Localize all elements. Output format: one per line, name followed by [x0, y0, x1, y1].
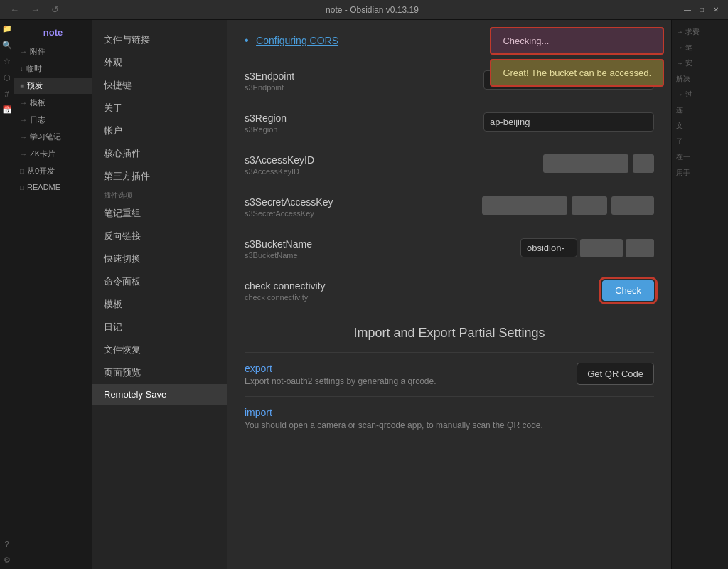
note-item[interactable]: → 笔	[675, 41, 725, 54]
export-info: export Export not-oauth2 settings by gen…	[245, 363, 565, 386]
settings-item-quickswitch[interactable]: 快速切换	[92, 248, 227, 270]
s3secretaccesskey-masked1	[482, 196, 567, 215]
check-button[interactable]: Check	[602, 280, 654, 301]
down-icon: ↓	[20, 65, 23, 73]
settings-item-template[interactable]: 模板	[92, 293, 227, 316]
bucket-input-group	[520, 238, 654, 257]
s3region-sublabel: s3Region	[245, 125, 472, 134]
forward-button[interactable]: →	[28, 4, 43, 15]
settings-item-diary[interactable]: 日记	[92, 316, 227, 339]
check-connectivity-row: check connectivity check connectivity Ch…	[245, 270, 654, 312]
note-item[interactable]: 解决	[675, 73, 725, 85]
window-controls: — □ ✕	[682, 5, 721, 15]
note-item[interactable]: 文	[675, 119, 725, 132]
sidebar-item-label: 模板	[30, 97, 46, 108]
settings-item-backlink[interactable]: 反向链接	[92, 225, 227, 248]
plugin-options-title: 插件选项	[92, 188, 227, 202]
get-qr-button[interactable]: Get QR Code	[577, 363, 654, 385]
settings-item-file-recovery[interactable]: 文件恢复	[92, 339, 227, 361]
note-item[interactable]: 连	[675, 104, 725, 117]
s3bucketname-info: s3BucketName s3BucketName	[245, 238, 509, 260]
cors-config-link[interactable]: Configuring CORS	[256, 35, 338, 46]
note-item[interactable]: 在一	[675, 151, 725, 164]
arrow-icon3: →	[20, 116, 27, 124]
note-item[interactable]: → 求费	[675, 26, 725, 38]
vault-logo: note	[14, 24, 92, 43]
settings-icon[interactable]: ⚙	[4, 555, 11, 565]
export-desc: Export not-oauth2 settings by generating…	[245, 376, 565, 386]
settings-item-files[interactable]: 文件与链接	[92, 28, 227, 51]
s3region-row: s3Region s3Region	[245, 102, 654, 144]
sidebar-item-log[interactable]: → 日志	[14, 112, 92, 128]
folder-icon[interactable]: 📁	[2, 24, 12, 33]
arrow-icon2: →	[20, 99, 27, 107]
s3accesskeyid-control	[543, 154, 654, 173]
settings-item-cmdpalette[interactable]: 命令面板	[92, 270, 227, 293]
s3secretaccesskey-masked2	[572, 196, 607, 215]
back-button[interactable]: ←	[7, 4, 22, 15]
sidebar-item-temp[interactable]: ↓ 临时	[14, 60, 92, 77]
sidebar-item-template[interactable]: → 模板	[14, 95, 92, 111]
checking-notification: Checking...	[490, 27, 664, 55]
sidebar-item-label: 附件	[30, 46, 46, 57]
settings-item-core[interactable]: 核心插件	[92, 142, 227, 165]
bullet-point: •	[245, 34, 249, 46]
sidebar-item-study[interactable]: → 学习笔记	[14, 129, 92, 145]
maximize-button[interactable]: □	[697, 5, 707, 15]
note-item[interactable]: → 过	[675, 88, 725, 101]
s3accesskeyid-info: s3AccessKeyID s3AccessKeyID	[245, 154, 532, 176]
arrow-icon5: →	[20, 150, 27, 158]
sidebar-item-preview[interactable]: ■ 预发	[14, 78, 92, 94]
settings-item-page-preview[interactable]: 页面预览	[92, 361, 227, 384]
sidebar-item-label: 日志	[30, 115, 46, 125]
settings-item-account[interactable]: 帐户	[92, 119, 227, 142]
tag-icon[interactable]: #	[4, 90, 9, 98]
app-layout: 📁 🔍 ☆ ⬡ # 📅 ? ⚙ note → 附件 ↓ 临时 ■ 预发 →	[0, 20, 728, 569]
sidebar-item-label: 学习笔记	[30, 132, 61, 142]
s3region-input[interactable]	[483, 112, 654, 132]
help-icon[interactable]: ?	[4, 540, 9, 548]
graph-icon[interactable]: ⬡	[4, 73, 11, 83]
import-desc: You should open a camera or scan-qrcode …	[245, 420, 654, 430]
s3endpoint-sublabel: s3Endpoint	[245, 83, 472, 92]
success-notification: Great! The bucket can be accessed.	[490, 59, 664, 87]
settings-item-about[interactable]: 关于	[92, 97, 227, 119]
refresh-button[interactable]: ↺	[48, 4, 62, 15]
calendar-icon[interactable]: 📅	[2, 105, 12, 115]
s3bucketname-control	[520, 238, 654, 257]
note-item[interactable]: → 安	[675, 57, 725, 70]
file-icon: □	[20, 167, 24, 175]
s3secretaccesskey-sublabel: s3SecretAccessKey	[245, 209, 471, 218]
sidebar-item-dev[interactable]: □ 从0开发	[14, 163, 92, 179]
s3secretaccesskey-info: s3SecretAccessKey s3SecretAccessKey	[245, 196, 471, 218]
s3region-control	[483, 112, 654, 132]
close-button[interactable]: ✕	[711, 5, 721, 15]
settings-item-remotely-save[interactable]: Remotely Save	[92, 384, 227, 405]
check-connectivity-sublabel: check connectivity	[245, 293, 591, 302]
title-bar-left: ← → ↺	[7, 4, 62, 15]
import-export-heading: Import and Export Partial Settings	[245, 326, 654, 341]
notes-panel: → 求费 → 笔 → 安 解决 → 过 连 文 了 在一 用手	[671, 20, 728, 569]
s3bucketname-input[interactable]	[520, 238, 577, 257]
check-connectivity-info: check connectivity check connectivity	[245, 280, 591, 302]
import-info: import You should open a camera or scan-…	[245, 407, 654, 430]
sidebar-item-label: 预发	[27, 80, 43, 91]
search-icon[interactable]: 🔍	[2, 41, 12, 50]
settings-item-notes-reorg[interactable]: 笔记重组	[92, 202, 227, 225]
settings-item-hotkeys[interactable]: 快捷键	[92, 74, 227, 97]
s3region-label: s3Region	[245, 112, 472, 124]
settings-item-appearance[interactable]: 外观	[92, 51, 227, 74]
sidebar-item-zk[interactable]: → ZK卡片	[14, 146, 92, 162]
star-icon[interactable]: ☆	[4, 57, 11, 66]
s3bucketname-row: s3BucketName s3BucketName	[245, 228, 654, 270]
title-bar: ← → ↺ note - Obsidian v0.13.19 — □ ✕	[0, 0, 728, 20]
settings-item-thirdparty[interactable]: 第三方插件	[92, 165, 227, 188]
note-item[interactable]: 用手	[675, 166, 725, 179]
main-content: Checking... Great! The bucket can be acc…	[228, 20, 671, 569]
minimize-button[interactable]: —	[682, 5, 692, 15]
s3bucketname-masked	[580, 239, 623, 257]
note-item[interactable]: 了	[675, 135, 725, 148]
sidebar-item-attachment[interactable]: → 附件	[14, 43, 92, 60]
s3region-info: s3Region s3Region	[245, 112, 472, 134]
sidebar-item-readme[interactable]: □ README	[14, 180, 92, 194]
